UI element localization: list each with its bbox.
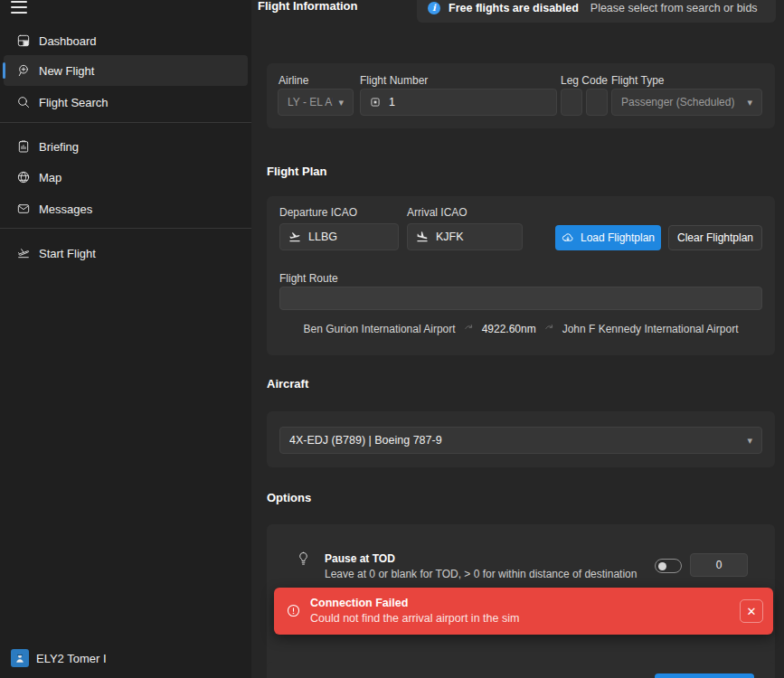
briefing-clipboard-icon bbox=[15, 139, 31, 155]
departure-icao-value: LLBG bbox=[308, 231, 337, 243]
route-arrow-icon bbox=[544, 323, 554, 335]
selection-accent-bar bbox=[3, 62, 5, 79]
close-icon: ✕ bbox=[747, 605, 757, 618]
arrival-icao-label: Arrival ICAO bbox=[407, 206, 468, 219]
numpad-icon bbox=[369, 96, 382, 108]
departure-icao-label: Departure ICAO bbox=[279, 206, 357, 219]
sidebar-item-label: Map bbox=[39, 171, 61, 184]
flight-type-label: Flight Type bbox=[611, 74, 664, 87]
sidebar-item-label: Dashboard bbox=[39, 34, 97, 48]
route-summary: Ben Gurion International Airport 4922.60… bbox=[267, 323, 775, 335]
user-avatar bbox=[11, 649, 29, 667]
pause-distance-input[interactable]: 0 bbox=[690, 553, 748, 577]
aircraft-heading: Aircraft bbox=[267, 377, 308, 391]
sidebar-item-flight-search[interactable]: Flight Search bbox=[4, 87, 248, 118]
flight-type-select[interactable]: Passenger (Scheduled) ▾ bbox=[611, 89, 762, 116]
start-flight-takeoff-icon bbox=[15, 246, 31, 261]
chevron-down-icon: ▾ bbox=[747, 435, 752, 447]
toast-message: Could not find the arrival airport in th… bbox=[310, 612, 519, 625]
flight-route-label: Flight Route bbox=[279, 272, 338, 285]
banner-text: Please select from search or bids bbox=[590, 2, 758, 14]
aircraft-select[interactable]: 4X-EDJ (B789) | Boeing 787-9 ▾ bbox=[279, 427, 762, 454]
page-title: Flight Information bbox=[258, 0, 357, 13]
sidebar-item-label: Flight Search bbox=[39, 96, 109, 109]
load-flightplan-button[interactable]: Load Flightplan bbox=[555, 225, 661, 250]
toast-title: Connection Failed bbox=[310, 597, 408, 609]
options-heading: Options bbox=[267, 491, 311, 504]
route-arrow-icon bbox=[464, 323, 474, 335]
leg-code-label: Leg Code bbox=[561, 74, 608, 87]
search-icon bbox=[15, 95, 31, 110]
arrival-icao-value: KJFK bbox=[436, 231, 464, 243]
banner-title: Free flights are disabled bbox=[449, 2, 579, 14]
user-name: ELY2 Tomer I bbox=[36, 652, 107, 665]
notice-banner: i Free flights are disabled Please selec… bbox=[417, 0, 776, 23]
flight-route-input[interactable] bbox=[279, 287, 762, 310]
sidebar-item-map[interactable]: Map bbox=[4, 162, 248, 193]
landing-icon bbox=[416, 231, 429, 243]
lightbulb-icon bbox=[297, 550, 310, 572]
flight-number-label: Flight Number bbox=[360, 74, 428, 87]
chevron-down-icon: ▾ bbox=[338, 97, 344, 108]
flight-number-input[interactable]: 1 bbox=[360, 89, 557, 116]
map-globe-icon bbox=[15, 170, 31, 185]
new-flight-pin-icon bbox=[15, 63, 31, 79]
pause-tod-toggle[interactable] bbox=[655, 559, 682, 573]
sidebar-item-messages[interactable]: Messages bbox=[4, 193, 248, 224]
departure-airport-name: Ben Gurion International Airport bbox=[304, 323, 456, 335]
toast-close-button[interactable]: ✕ bbox=[740, 599, 763, 623]
error-toast: Connection Failed Could not find the arr… bbox=[274, 588, 773, 635]
sidebar-item-label: Briefing bbox=[39, 140, 79, 154]
clear-flightplan-button[interactable]: Clear Flightplan bbox=[668, 225, 762, 250]
sidebar-item-dashboard[interactable]: Dashboard bbox=[4, 25, 248, 56]
info-icon: i bbox=[428, 2, 440, 14]
toggle-knob bbox=[658, 562, 666, 570]
primary-action-button[interactable] bbox=[655, 673, 754, 678]
departure-icao-input[interactable]: LLBG bbox=[279, 223, 399, 250]
flight-info-card: Airline LY - EL AL ▾ Flight Number 1 Leg… bbox=[267, 63, 775, 128]
leg-code-input-1[interactable] bbox=[561, 89, 582, 116]
flight-plan-card: Departure ICAO LLBG Arrival ICAO KJFK Lo… bbox=[267, 196, 775, 355]
sidebar-divider bbox=[0, 122, 251, 123]
takeoff-icon bbox=[288, 231, 301, 243]
chevron-down-icon: ▾ bbox=[747, 97, 752, 108]
sidebar-item-label: Start Flight bbox=[39, 247, 96, 260]
route-distance: 4922.60nm bbox=[482, 323, 536, 335]
leg-code-input-2[interactable] bbox=[586, 89, 608, 116]
pause-tod-description: Leave at 0 or blank for TOD, > 0 for wit… bbox=[325, 568, 637, 580]
main-content: Flight Information i Free flights are di… bbox=[251, 0, 784, 678]
sidebar: Dashboard New Flight Flight Search Brief… bbox=[0, 0, 251, 678]
error-icon bbox=[286, 603, 301, 618]
aircraft-card: 4X-EDJ (B789) | Boeing 787-9 ▾ bbox=[267, 411, 775, 467]
sidebar-item-start-flight[interactable]: Start Flight bbox=[4, 238, 248, 268]
user-footer[interactable]: ELY2 Tomer I bbox=[0, 644, 251, 673]
pause-tod-title: Pause at TOD bbox=[325, 552, 395, 565]
sidebar-divider bbox=[0, 228, 251, 229]
airline-label: Airline bbox=[279, 74, 308, 87]
sidebar-item-briefing[interactable]: Briefing bbox=[4, 131, 248, 162]
sidebar-item-new-flight[interactable]: New Flight bbox=[4, 55, 248, 86]
flight-number-value: 1 bbox=[389, 96, 395, 108]
download-cloud-icon bbox=[562, 231, 574, 244]
flight-plan-heading: Flight Plan bbox=[267, 165, 326, 178]
hamburger-menu-icon[interactable] bbox=[11, 1, 27, 14]
airline-select[interactable]: LY - EL AL ▾ bbox=[278, 89, 354, 116]
arrival-icao-input[interactable]: KJFK bbox=[407, 223, 523, 250]
app-window: Dashboard New Flight Flight Search Brief… bbox=[0, 0, 784, 678]
dashboard-icon bbox=[15, 33, 31, 49]
messages-envelope-icon bbox=[15, 202, 31, 217]
sidebar-item-label: New Flight bbox=[39, 64, 94, 78]
sidebar-item-label: Messages bbox=[39, 202, 92, 216]
arrival-airport-name: John F Kennedy International Airport bbox=[562, 323, 739, 335]
